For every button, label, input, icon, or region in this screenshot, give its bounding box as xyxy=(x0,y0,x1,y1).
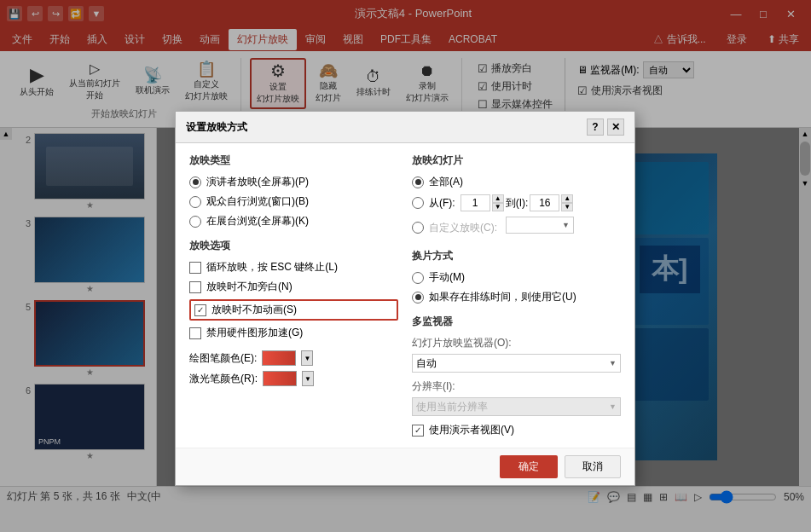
to-input[interactable] xyxy=(530,194,559,211)
check-no-animation-label: 放映时不加动画(S) xyxy=(211,303,297,317)
check-no-narration-box[interactable] xyxy=(189,281,201,293)
show-type-title: 放映类型 xyxy=(189,153,398,168)
radio-custom-label: 自定义放映(C): xyxy=(429,221,497,235)
radio-from-btn[interactable] xyxy=(412,197,424,209)
radio-manual-label: 手动(M) xyxy=(429,270,465,285)
advance-radios: 手动(M) 如果存在排练时间，则使用它(U) xyxy=(412,270,621,304)
to-label: 到(I): xyxy=(506,196,529,211)
show-options-checks: 循环放映，按 ESC 键终止(L) 放映时不加旁白(N) 放映时不加动画(S) … xyxy=(189,260,398,340)
from-spin-up[interactable]: ▲ xyxy=(492,194,504,203)
radio-kiosk[interactable]: 在展台浏览(全屏幕)(K) xyxy=(189,214,398,228)
radio-all[interactable]: 全部(A) xyxy=(412,175,621,189)
multi-monitor-title: 多监视器 xyxy=(412,315,621,329)
check-hw-accel-box[interactable] xyxy=(189,327,201,339)
radio-audience-btn[interactable] xyxy=(189,196,201,208)
setup-show-dialog: 设置放映方式 ? ✕ 放映类型 演讲者放映(全屏幕)(P) 观 xyxy=(175,111,635,486)
dialog-body: 放映类型 演讲者放映(全屏幕)(P) 观众自行浏览(窗口)(B) 在展台浏览(全… xyxy=(176,143,634,448)
show-monitor-arrow: ▼ xyxy=(609,359,617,367)
show-slides-radios: 全部(A) 从(F): ▲ ▼ 到(I): xyxy=(412,175,621,239)
from-spin[interactable]: ▲ ▼ xyxy=(492,194,504,211)
radio-from[interactable]: 从(F): ▲ ▼ 到(I): ▲ ▼ xyxy=(412,194,621,211)
show-type-radios: 演讲者放映(全屏幕)(P) 观众自行浏览(窗口)(B) 在展台浏览(全屏幕)(K… xyxy=(189,175,398,228)
radio-presenter-label: 演讲者放映(全屏幕)(P) xyxy=(206,175,309,189)
radio-kiosk-label: 在展台浏览(全屏幕)(K) xyxy=(206,214,309,228)
pen-color-btn[interactable] xyxy=(262,350,296,366)
dialog-right-col: 放映幻灯片 全部(A) 从(F): ▲ ▼ xyxy=(412,153,621,437)
radio-presenter[interactable]: 演讲者放映(全屏幕)(P) xyxy=(189,175,398,189)
resolution-arrow: ▼ xyxy=(609,402,617,411)
resolution-dropdown[interactable]: 使用当前分辨率 ▼ xyxy=(412,397,621,416)
check-hw-accel-label: 禁用硬件图形加速(G) xyxy=(206,326,303,340)
radio-all-label: 全部(A) xyxy=(429,175,463,189)
pen-color-row: 绘图笔颜色(E): ▼ xyxy=(189,350,398,366)
laser-color-dropdown[interactable]: ▼ xyxy=(302,371,314,386)
dialog-close-button[interactable]: ✕ xyxy=(607,119,624,136)
show-monitor-dropdown[interactable]: 自动 ▼ xyxy=(412,354,621,373)
show-monitor-value: 自动 xyxy=(416,356,437,371)
check-no-animation-box[interactable] xyxy=(194,304,206,316)
radio-presenter-btn[interactable] xyxy=(189,176,201,188)
presenter-view-check-box[interactable] xyxy=(412,425,424,437)
show-slides-title: 放映幻灯片 xyxy=(412,153,621,168)
monitor-label-row: 幻灯片放映监视器(O): xyxy=(412,336,621,350)
check-loop-box[interactable] xyxy=(189,262,201,274)
confirm-button[interactable]: 确定 xyxy=(500,455,558,478)
to-spin[interactable]: ▲ ▼ xyxy=(561,194,573,211)
laser-color-row: 激光笔颜色(R): ▼ xyxy=(189,371,398,386)
radio-audience[interactable]: 观众自行浏览(窗口)(B) xyxy=(189,194,398,209)
radio-custom-btn[interactable] xyxy=(412,222,424,234)
radio-timing-label: 如果存在排练时间，则使用它(U) xyxy=(429,290,576,304)
radio-all-btn[interactable] xyxy=(412,176,424,188)
dialog-overlay: 设置放映方式 ? ✕ 放映类型 演讲者放映(全屏幕)(P) 观 xyxy=(0,0,811,532)
radio-from-label: 从(F): xyxy=(429,196,455,211)
laser-color-label: 激光笔颜色(R): xyxy=(189,372,258,386)
resolution-value: 使用当前分辨率 xyxy=(416,400,488,414)
from-input[interactable] xyxy=(461,194,490,211)
presenter-view-check-row[interactable]: 使用演示者视图(V) xyxy=(412,423,621,437)
radio-timing-btn[interactable] xyxy=(412,292,424,304)
check-no-narration[interactable]: 放映时不加旁白(N) xyxy=(189,280,398,294)
presenter-view-check-label: 使用演示者视图(V) xyxy=(429,423,514,437)
dialog-title-text: 设置放映方式 xyxy=(186,120,247,135)
check-loop[interactable]: 循环放映，按 ESC 键终止(L) xyxy=(189,260,398,275)
check-no-animation[interactable]: 放映时不加动画(S) xyxy=(189,299,398,321)
radio-manual-btn[interactable] xyxy=(412,272,424,284)
dialog-left-col: 放映类型 演讲者放映(全屏幕)(P) 观众自行浏览(窗口)(B) 在展台浏览(全… xyxy=(189,153,398,437)
show-options-title: 放映选项 xyxy=(189,239,398,253)
cancel-button[interactable]: 取消 xyxy=(565,455,621,478)
radio-audience-label: 观众自行浏览(窗口)(B) xyxy=(206,194,309,209)
dialog-title: 设置放映方式 ? ✕ xyxy=(176,112,634,143)
radio-kiosk-btn[interactable] xyxy=(189,216,201,228)
pen-color-dropdown[interactable]: ▼ xyxy=(301,350,313,366)
check-no-narration-label: 放映时不加旁白(N) xyxy=(206,280,293,294)
from-spin-down[interactable]: ▼ xyxy=(492,203,504,211)
custom-show-arrow: ▼ xyxy=(562,221,570,229)
to-spin-down[interactable]: ▼ xyxy=(561,203,573,211)
dialog-help-button[interactable]: ? xyxy=(587,119,604,136)
pen-color-label: 绘图笔颜色(E): xyxy=(189,351,257,366)
dialog-footer: 确定 取消 xyxy=(176,448,634,485)
dialog-title-buttons: ? ✕ xyxy=(587,119,624,136)
check-hw-accel[interactable]: 禁用硬件图形加速(G) xyxy=(189,326,398,340)
radio-timing[interactable]: 如果存在排练时间，则使用它(U) xyxy=(412,290,621,304)
advance-title: 换片方式 xyxy=(412,249,621,263)
radio-manual[interactable]: 手动(M) xyxy=(412,270,621,285)
check-loop-label: 循环放映，按 ESC 键终止(L) xyxy=(206,260,338,275)
custom-show-dropdown[interactable]: ▼ xyxy=(506,217,574,234)
to-spin-up[interactable]: ▲ xyxy=(561,194,573,203)
laser-color-btn[interactable] xyxy=(263,371,297,386)
radio-custom[interactable]: 自定义放映(C): ▼ xyxy=(412,217,621,239)
resolution-label-row: 分辨率(I): xyxy=(412,379,621,394)
